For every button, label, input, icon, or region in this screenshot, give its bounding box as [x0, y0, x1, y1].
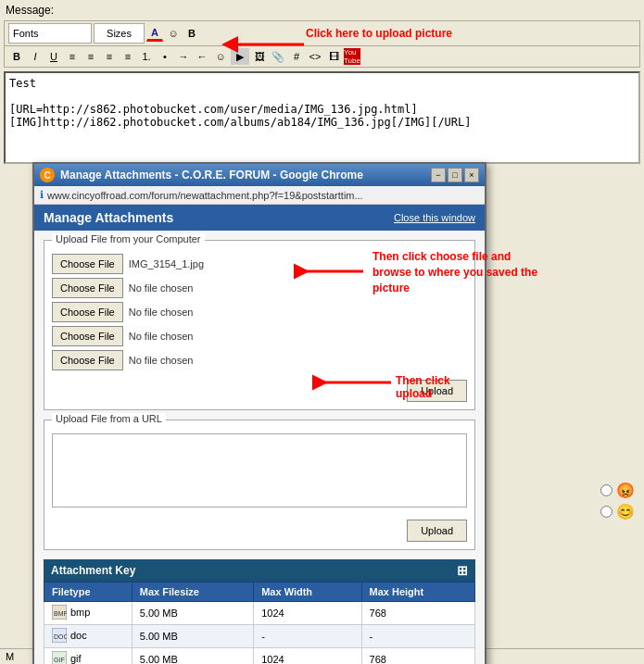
toolbar-row2: B I U ≡ ≡ ≡ ≡ 1. • → ← ☺ ▶ 🖼 📎 # <> 🎞 Yo…: [5, 46, 639, 67]
align-justify-icon[interactable]: ≡: [120, 48, 136, 65]
choose-file-arrow: [294, 260, 368, 285]
modal-url: www.cincyoffroad.com/forum/newattachment…: [47, 190, 479, 201]
size-bmp: 5.00 MB: [132, 602, 253, 625]
modal-titlebar-left: C Manage Attachments - C.O.R.E. FORUM - …: [40, 168, 363, 182]
height-bmp: 768: [361, 602, 474, 625]
gif-icon: GIF gif: [52, 651, 82, 664]
filetype-doc: DOC doc: [44, 625, 133, 648]
annotation-choose-file: Then click choose file and browse to whe…: [373, 249, 549, 295]
url-section-title: Upload File from a URL: [52, 413, 166, 424]
film-icon[interactable]: 🎞: [325, 48, 342, 65]
svg-text:GIF: GIF: [54, 657, 65, 663]
file-name-5: No file chosen: [129, 355, 240, 366]
width-doc: -: [254, 625, 361, 648]
modal-win-buttons: − □ ×: [431, 168, 479, 182]
message-textarea[interactable]: Test [URL=http://s862.photobucket.com/us…: [4, 71, 640, 164]
browser-favicon: C: [40, 168, 55, 182]
table-row: DOC doc 5.00 MB - -: [44, 625, 475, 648]
emoji-area: 😡 😊: [600, 482, 635, 520]
minimize-button[interactable]: −: [431, 168, 446, 182]
emoji-row-2: 😊: [600, 503, 635, 520]
modal-header-title: Manage Attachments: [44, 210, 173, 225]
file-row-3: Choose File No file chosen: [52, 302, 467, 322]
size-select[interactable]: Sizes: [94, 23, 145, 44]
ul-icon[interactable]: •: [157, 48, 173, 65]
attachment-key-title: Attachment Key: [51, 564, 135, 577]
toolbar-area: Fonts Sizes A ☺ B Click here to upload p…: [4, 20, 640, 68]
modal-titlebar: C Manage Attachments - C.O.R.E. FORUM - …: [34, 164, 485, 186]
outdent-icon[interactable]: ←: [194, 48, 210, 65]
choose-file-btn-1[interactable]: Choose File: [52, 254, 123, 274]
align-right-icon[interactable]: ≡: [101, 48, 118, 65]
align-center-icon[interactable]: ≡: [82, 48, 99, 65]
font-color-icon[interactable]: A: [146, 25, 163, 42]
filetype-gif: GIF gif: [44, 648, 133, 665]
message-label: Message:: [0, 0, 644, 20]
choose-file-btn-3[interactable]: Choose File: [52, 302, 123, 322]
upload-arrow-svg: [221, 31, 313, 57]
table-row: GIF gif 5.00 MB 1024 768: [44, 648, 475, 665]
smiley-icon[interactable]: ☺: [165, 25, 182, 42]
attachment-key-expand-icon[interactable]: ⊞: [457, 563, 468, 578]
youtube-icon[interactable]: You Tube: [344, 48, 360, 65]
modal-window: C Manage Attachments - C.O.R.E. FORUM - …: [32, 162, 486, 664]
align-left-icon[interactable]: ≡: [64, 48, 81, 65]
file-name-2: No file chosen: [129, 282, 240, 294]
width-bmp: 1024: [254, 602, 361, 625]
bmp-icon: BMP bmp: [52, 605, 90, 620]
modal-addressbar: ℹ www.cincyoffroad.com/forum/newattachme…: [34, 186, 485, 205]
bottom-label: M: [6, 651, 14, 662]
info-icon: ℹ: [40, 189, 44, 201]
upload-url-btn-row: Upload: [52, 514, 467, 542]
upload-arrow: [312, 371, 396, 396]
choose-file-btn-5[interactable]: Choose File: [52, 350, 123, 370]
annotation-click-upload: Then click upload: [396, 374, 485, 400]
file-name-1: IMG_3154_1.jpg: [129, 258, 240, 269]
ol-icon[interactable]: 1.: [138, 48, 155, 65]
upload-section-title: Upload File from your Computer: [52, 233, 205, 244]
svg-text:DOC: DOC: [54, 633, 67, 640]
emoji-icon-2: 😊: [616, 503, 635, 520]
attachment-key-table: Filetype Max Filesize Max Width Max Heig…: [44, 582, 475, 664]
outer-container: Message: Fonts Sizes A ☺ B Click here t: [0, 0, 644, 664]
italic-btn[interactable]: I: [27, 48, 44, 65]
col-max-height: Max Height: [361, 583, 474, 602]
emoji-radio-2[interactable]: [600, 506, 612, 518]
url-textarea[interactable]: [52, 433, 467, 507]
file-row-5: Choose File No file chosen: [52, 350, 467, 370]
col-max-width: Max Width: [254, 583, 361, 602]
file-name-3: No file chosen: [129, 307, 240, 318]
upload-from-url-section: Upload File from a URL Upload: [44, 420, 475, 550]
table-row: BMP bmp 5.00 MB 1024 768: [44, 602, 475, 625]
svg-text:BMP: BMP: [54, 610, 67, 617]
height-gif: 768: [361, 648, 474, 665]
width-gif: 1024: [254, 648, 361, 665]
upload-url-btn[interactable]: Upload: [407, 520, 467, 542]
size-doc: 5.00 MB: [132, 625, 253, 648]
bold-btn[interactable]: B: [8, 48, 25, 65]
font-select[interactable]: Fonts: [8, 23, 92, 44]
close-button[interactable]: ×: [464, 168, 479, 182]
attachment-key-section: Attachment Key ⊞ Filetype Max Filesize M…: [44, 559, 475, 664]
choose-file-btn-2[interactable]: Choose File: [52, 278, 123, 298]
modal-title-text: Manage Attachments - C.O.R.E. FORUM - Go…: [60, 169, 363, 182]
modal-header: Manage Attachments Close this window: [34, 205, 485, 231]
annotation-upload-pic: Click here to upload picture: [306, 27, 452, 40]
attachment-key-header: Attachment Key ⊞: [44, 559, 475, 582]
indent-icon[interactable]: →: [175, 48, 192, 65]
emoji-icon-1: 😡: [616, 482, 635, 499]
col-max-filesize: Max Filesize: [132, 583, 253, 602]
emoji-radio-1[interactable]: [600, 484, 612, 496]
bold-icon[interactable]: B: [183, 25, 200, 42]
file-row-4: Choose File No file chosen: [52, 326, 467, 346]
height-doc: -: [361, 625, 474, 648]
doc-icon: DOC doc: [52, 628, 87, 643]
modal-body: Upload File from your Computer Choose Fi…: [34, 231, 485, 664]
underline-btn[interactable]: U: [45, 48, 62, 65]
col-filetype: Filetype: [44, 583, 133, 602]
toolbar-row1: Fonts Sizes A ☺ B Click here to upload p…: [5, 21, 639, 46]
choose-file-btn-4[interactable]: Choose File: [52, 326, 123, 346]
size-gif: 5.00 MB: [132, 648, 253, 665]
restore-button[interactable]: □: [448, 168, 462, 182]
close-window-link[interactable]: Close this window: [394, 212, 475, 223]
